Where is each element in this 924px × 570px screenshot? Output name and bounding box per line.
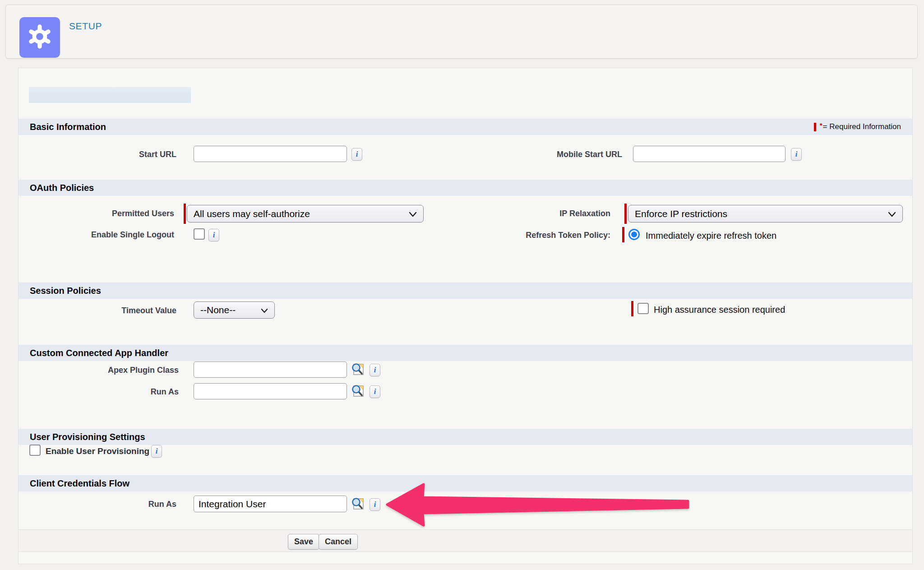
radio-dot [631,232,637,237]
required-bar-icon [184,204,186,224]
section-custom-connected-app-handler: Custom Connected App Handler [18,345,912,361]
required-bar-icon [622,227,624,242]
timeout-selected-option: --None-- [200,305,236,315]
save-button[interactable]: Save [288,534,319,550]
apex-plugin-class-label: Apex Plugin Class [43,366,179,375]
form-action-bar: Save Cancel [18,529,912,552]
required-bar-icon [814,123,816,131]
lookup-icon[interactable] [351,384,365,398]
section-basic-information: Basic Information * = Required Informati… [18,119,912,135]
section-title: User Provisioning Settings [30,432,145,442]
cancel-button[interactable]: Cancel [319,534,358,550]
apex-plugin-class-input[interactable] [194,361,347,378]
info-icon[interactable] [208,229,219,241]
enable-single-logout-checkbox[interactable] [194,228,205,240]
enable-user-provisioning-checkbox[interactable] [29,445,41,456]
client-run-as-input[interactable] [194,496,347,512]
chevron-down-icon [888,209,896,219]
setup-header-card: SETUP [5,5,918,59]
required-information-legend: * = Required Information [814,122,901,131]
pink-arrow-left-icon [384,481,695,528]
connected-app-edit-form: Basic Information * = Required Informati… [18,68,913,564]
setup-app-tile [19,17,60,58]
gear-icon [27,23,53,51]
section-title: Client Credentials Flow [30,478,129,489]
info-icon[interactable] [370,385,380,398]
section-title: Custom Connected App Handler [30,348,168,358]
start-url-input[interactable] [194,146,347,162]
ip-relaxation-selected-option: Enforce IP restrictions [635,209,727,219]
refresh-token-policy-radio[interactable] [628,229,640,240]
info-icon[interactable] [370,498,380,511]
section-title: OAuth Policies [30,183,94,193]
high-assurance-label: High assurance session required [654,304,785,315]
required-legend-text: = Required Information [823,122,901,131]
mobile-start-url-input[interactable] [633,146,785,162]
ip-relaxation-select[interactable]: Enforce IP restrictions [628,205,903,222]
refresh-token-policy-option-label: Immediately expire refresh token [646,230,776,241]
permitted-users-label: Permitted Users [39,209,174,218]
section-title: Basic Information [30,122,106,132]
info-icon[interactable] [351,148,362,161]
info-icon[interactable] [151,445,162,458]
permitted-users-selected-option: All users may self-authorize [194,209,310,219]
enable-single-logout-label: Enable Single Logout [39,230,174,240]
info-icon[interactable] [791,148,802,161]
start-url-label: Start URL [41,150,176,159]
enable-user-provisioning-label: Enable User Provisioning [46,446,149,457]
refresh-token-policy-label: Refresh Token Policy: [475,231,610,240]
chevron-down-icon [261,305,268,315]
page-title: SETUP [69,21,102,32]
timeout-value-select[interactable]: --None-- [194,301,275,319]
ip-relaxation-label: IP Relaxation [475,209,610,218]
lookup-icon[interactable] [351,362,365,376]
section-oauth-policies: OAuth Policies [18,180,912,196]
section-title: Session Policies [30,286,101,296]
chevron-down-icon [409,209,417,219]
mobile-start-url-label: Mobile Start URL [487,150,622,159]
required-bar-icon [624,204,627,224]
salesforce-setup-page: SETUP Basic Information * = Required Inf… [0,0,924,570]
handler-run-as-input[interactable] [194,383,347,399]
info-icon[interactable] [370,364,380,376]
handler-run-as-label: Run As [43,387,179,397]
permitted-users-select[interactable]: All users may self-authorize [187,205,424,222]
required-bar-icon [631,301,633,316]
section-session-policies: Session Policies [18,283,912,299]
client-run-as-label: Run As [41,500,176,509]
high-assurance-checkbox[interactable] [638,303,649,314]
clipped-section-remnant [29,87,191,103]
section-user-provisioning-settings: User Provisioning Settings [18,429,912,445]
required-asterisk: * [820,121,822,129]
lookup-icon[interactable] [351,497,365,510]
timeout-value-label: Timeout Value [41,306,176,315]
